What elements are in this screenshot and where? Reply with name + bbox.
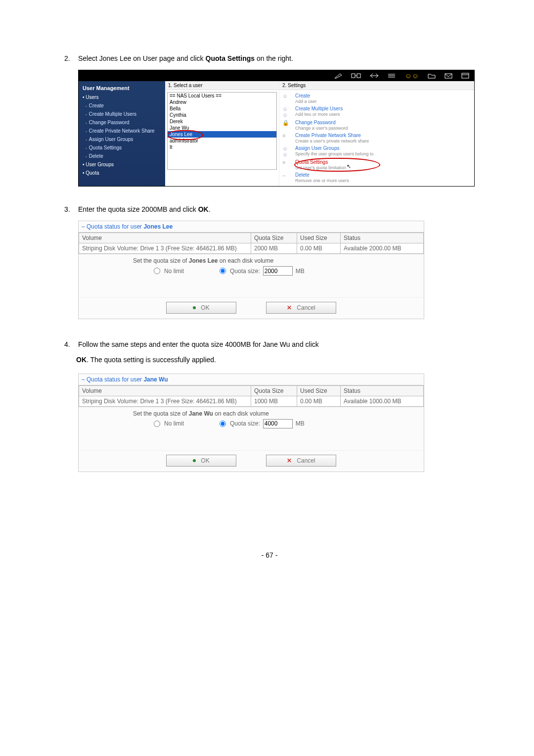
share-icon: ≡: [282, 133, 291, 139]
step3-text: 3. Enter the quota size 2000MB and click…: [64, 204, 475, 215]
label-mb: MB: [296, 420, 305, 427]
ok-icon: [193, 459, 196, 462]
action-assign-groups[interactable]: ☺☺Assign User GroupsSpecify the user gro…: [282, 144, 471, 158]
user-item[interactable]: Andrew: [168, 99, 276, 105]
table-row: Striping Disk Volume: Drive 1 3 (Free Si…: [79, 396, 424, 406]
lock-icon: 🔒: [282, 120, 291, 126]
settings-label: 2. Settings: [279, 81, 474, 90]
th-quota: Quota Size: [251, 385, 297, 396]
users-plus-icon: ☺☺: [282, 106, 291, 118]
user-item[interactable]: It: [168, 144, 276, 150]
set-quota-label: Set the quota size of Jane Wu on each di…: [82, 410, 421, 417]
set-quota-label: Set the quota size of Jones Lee on each …: [82, 257, 421, 264]
folder-icon: [428, 73, 436, 79]
slider-icon: [351, 73, 361, 79]
sidebar-header: User Management: [79, 83, 165, 93]
label-quota-size: Quota size:: [230, 420, 260, 427]
sidebar-usergroups[interactable]: • User Groups: [79, 160, 165, 169]
sidebar: User Management • Users Create Create Mu…: [79, 81, 165, 186]
ok-icon: [193, 306, 196, 309]
th-status: Status: [341, 385, 424, 396]
cancel-button[interactable]: ✕Cancel: [266, 302, 336, 314]
sidebar-item-delete[interactable]: Delete: [79, 152, 165, 160]
cursor-icon: ↖: [347, 163, 351, 170]
action-delete[interactable]: –DeleteRemove one or more users: [282, 171, 471, 184]
th-volume: Volume: [79, 233, 251, 243]
label-mb: MB: [296, 268, 305, 275]
action-quota-settings[interactable]: ≡ Quota SettingsSet user's quota limitat…: [282, 158, 471, 171]
arrows-icon: [370, 73, 379, 79]
select-user-label: 1. Select a user: [165, 81, 279, 90]
page-number: - 67 -: [64, 551, 475, 559]
sidebar-item-create-multi[interactable]: Create Multiple Users: [79, 110, 165, 118]
quota-table: Volume Quota Size Used Size Status Strip…: [79, 233, 424, 254]
quota-table: Volume Quota Size Used Size Status Strip…: [79, 385, 424, 407]
cancel-icon: ✕: [287, 304, 292, 311]
panel-title: – Quota status for user Jones Lee: [78, 221, 424, 232]
svg-rect-7: [462, 73, 469, 78]
brush-icon: [334, 73, 342, 79]
user-management-screenshot: ☺☺ User Management • Users Create Create…: [78, 70, 475, 187]
mail-icon: [445, 73, 452, 79]
step2-text: 2. Select Jones Lee on User page and cli…: [64, 53, 475, 64]
cancel-button[interactable]: ✕Cancel: [266, 455, 336, 467]
quota-panel-jones-lee: – Quota status for user Jones Lee Volume…: [78, 221, 424, 319]
sidebar-item-change-pw[interactable]: Change Password: [79, 118, 165, 127]
sidebar-item-private-share[interactable]: Create Private Network Share: [79, 127, 165, 135]
cancel-icon: ✕: [287, 457, 292, 464]
user-item[interactable]: Cynthia: [168, 112, 276, 118]
user-plus-icon: ☺: [282, 93, 291, 99]
user-item[interactable]: Derek: [168, 118, 276, 125]
step4-text: 4. Follow the same steps and enter the q…: [64, 337, 475, 368]
th-quota: Quota Size: [251, 233, 297, 243]
user-item[interactable]: Bella: [168, 105, 276, 112]
sidebar-item-create[interactable]: Create: [79, 101, 165, 110]
user-item-selected[interactable]: Jones Lee: [168, 131, 276, 138]
sidebar-item-quota[interactable]: Quota Settings: [79, 143, 165, 152]
table-row: Striping Disk Volume: Drive 1 3 (Free Si…: [79, 243, 424, 254]
user-select-panel: 1. Select a user == NAS Local Users == A…: [165, 81, 279, 186]
label-quota-size: Quota size:: [230, 268, 260, 275]
quota-icon: ≡: [282, 159, 291, 165]
settings-panel: 2. Settings ☺CreateAdd a user ☺☺Create M…: [279, 81, 474, 186]
quota-size-input[interactable]: [263, 419, 293, 428]
topbar: ☺☺: [79, 70, 474, 81]
th-used: Used Size: [297, 233, 341, 243]
sidebar-users[interactable]: • Users: [79, 93, 165, 101]
sidebar-quota[interactable]: • Quota: [79, 169, 165, 177]
th-volume: Volume: [79, 385, 251, 396]
ok-button[interactable]: OK: [166, 302, 236, 314]
radio-quota-size[interactable]: [220, 268, 226, 274]
quota-size-input[interactable]: [263, 266, 293, 276]
sidebar-item-assign-groups[interactable]: Assign User Groups: [79, 135, 165, 143]
th-status: Status: [341, 233, 424, 243]
user-item[interactable]: Jane Wu: [168, 125, 276, 131]
group-icon: ☺☺: [282, 145, 291, 157]
panel-title: – Quota status for user Jane Wu: [78, 374, 424, 385]
action-change-pw[interactable]: 🔒Change PasswordChange a user's password: [282, 119, 471, 132]
users-icon: ☺☺: [404, 72, 419, 80]
ok-button[interactable]: OK: [166, 455, 236, 467]
th-used: Used Size: [297, 385, 341, 396]
svg-rect-1: [357, 74, 360, 78]
lines-icon: [388, 73, 396, 79]
user-item[interactable]: == NAS Local Users ==: [168, 93, 276, 99]
radio-quota-size[interactable]: [220, 421, 226, 427]
svg-rect-0: [352, 74, 355, 78]
delete-icon: –: [282, 172, 291, 178]
label-no-limit: No limit: [164, 268, 184, 275]
radio-no-limit[interactable]: [154, 421, 160, 427]
label-no-limit: No limit: [164, 420, 184, 427]
action-create[interactable]: ☺CreateAdd a user: [282, 92, 471, 105]
user-item[interactable]: administrator: [168, 138, 276, 144]
quota-panel-jane-wu: – Quota status for user Jane Wu Volume Q…: [78, 374, 424, 472]
user-listbox[interactable]: == NAS Local Users == Andrew Bella Cynth…: [167, 92, 277, 170]
action-create-multi[interactable]: ☺☺Create Multiple UsersAdd two or more u…: [282, 105, 471, 119]
radio-no-limit[interactable]: [154, 268, 160, 274]
window-icon: [461, 73, 469, 79]
action-private-share[interactable]: ≡Create Private Network ShareCreate a us…: [282, 132, 471, 144]
